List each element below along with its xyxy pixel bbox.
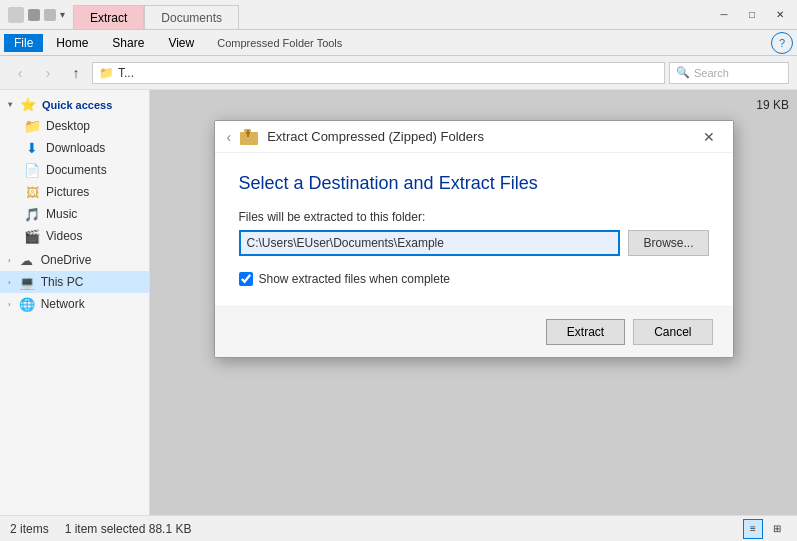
up-button[interactable]: ↑ [64,61,88,85]
sidebar-item-desktop[interactable]: 📁 Desktop [0,115,149,137]
checkbox-label: Show extracted files when complete [259,272,450,286]
svg-rect-4 [247,135,249,137]
toolbar: ‹ › ↑ 📁 T... 🔍 Search [0,56,797,90]
main-layout: ▾ ⭐ Quick access 📁 Desktop ⬇ Downloads 📄… [0,90,797,515]
sidebar-item-pictures[interactable]: 🖼 Pictures [0,181,149,203]
svg-rect-3 [246,132,250,134]
title-bar-left: ▾ [0,7,73,23]
close-button[interactable]: ✕ [767,5,793,25]
sidebar-item-documents[interactable]: 📄 Documents [0,159,149,181]
ribbon-tab-share[interactable]: Share [101,33,155,53]
ribbon-tab-compressed[interactable]: Compressed Folder Tools [207,35,352,51]
maximize-button[interactable]: □ [739,5,765,25]
cloud-icon: ☁ [19,252,35,268]
modal-back-button[interactable]: ‹ [227,129,232,145]
pics-icon: 🖼 [24,184,40,200]
modal-label: Files will be extracted to this folder: [239,210,709,224]
modal-body: Select a Destination and Extract Files F… [215,153,733,306]
network-label: Network [41,297,85,311]
chevron-icon: ▾ [8,100,12,109]
modal-heading: Select a Destination and Extract Files [239,173,709,194]
back-button[interactable]: ‹ [8,61,32,85]
checkbox-row: Show extracted files when complete [239,272,709,286]
sidebar-quick-access[interactable]: ▾ ⭐ Quick access [0,94,149,115]
sidebar-item-music[interactable]: 🎵 Music [0,203,149,225]
status-bar: 2 items 1 item selected 88.1 KB ≡ ⊞ [0,515,797,541]
ribbon: File Home Share View Compressed Folder T… [0,30,797,56]
extract-button[interactable]: Extract [546,319,625,345]
address-bar[interactable]: 📁 T... [92,62,665,84]
ribbon-tab-home[interactable]: Home [45,33,99,53]
app-icon [8,7,24,23]
show-files-checkbox[interactable] [239,272,253,286]
forward-button[interactable]: › [36,61,60,85]
sidebar-item-label: Music [46,207,77,221]
dropdown-icon[interactable]: ▾ [60,9,65,20]
browse-button[interactable]: Browse... [628,230,708,256]
chevron-icon: › [8,300,11,309]
music-icon: 🎵 [24,206,40,222]
ribbon-tab-view[interactable]: View [157,33,205,53]
sidebar-onedrive[interactable]: › ☁ OneDrive [0,249,149,271]
sidebar-item-label: Downloads [46,141,105,155]
video-icon: 🎬 [24,228,40,244]
address-text: T... [118,66,134,80]
destination-input[interactable] [239,230,621,256]
sidebar: ▾ ⭐ Quick access 📁 Desktop ⬇ Downloads 📄… [0,90,150,515]
minimize-button[interactable]: ─ [711,5,737,25]
help-icon[interactable]: ? [771,32,793,54]
sidebar-item-videos[interactable]: 🎬 Videos [0,225,149,247]
search-bar[interactable]: 🔍 Search [669,62,789,84]
sidebar-thispc[interactable]: › 💻 This PC [0,271,149,293]
modal-input-row: Browse... [239,230,709,256]
selected-info: 1 item selected 88.1 KB [65,522,192,536]
sidebar-item-label: Pictures [46,185,89,199]
extract-dialog: ‹ Extract Compressed (Zipped) Folders ✕ … [214,120,734,358]
thispc-label: This PC [41,275,84,289]
modal-close-button[interactable]: ✕ [697,125,721,149]
search-icon: 🔍 [676,66,690,79]
sidebar-network[interactable]: › 🌐 Network [0,293,149,315]
network-icon: 🌐 [19,296,35,312]
tab-documents[interactable]: Documents [144,5,239,29]
undo-icon [44,9,56,21]
quick-access-label: Quick access [42,99,112,111]
title-tabs: Extract Documents [73,0,711,29]
pc-icon: 💻 [19,274,35,290]
content-area: 19 KB ‹ Extract Compressed (Zipped) Fold… [150,90,797,515]
cancel-button[interactable]: Cancel [633,319,712,345]
items-count: 2 items [10,522,49,536]
view-controls: ≡ ⊞ [743,519,787,539]
modal-title: Extract Compressed (Zipped) Folders [267,129,484,144]
sidebar-item-label: Videos [46,229,82,243]
sidebar-item-label: Desktop [46,119,90,133]
sidebar-item-label: Documents [46,163,107,177]
folder-icon: 📁 [24,118,40,134]
modal-titlebar: ‹ Extract Compressed (Zipped) Folders ✕ [215,121,733,153]
help-button[interactable]: ? [771,32,793,54]
quick-access-section: ▾ ⭐ Quick access 📁 Desktop ⬇ Downloads 📄… [0,94,149,247]
search-placeholder: Search [694,67,729,79]
tab-extract[interactable]: Extract [73,5,144,29]
docs-icon: 📄 [24,162,40,178]
large-icons-button[interactable]: ⊞ [767,519,787,539]
title-bar-controls: ─ □ ✕ [711,5,797,25]
modal-footer: Extract Cancel [215,306,733,357]
chevron-icon: › [8,256,11,265]
star-icon: ⭐ [20,97,36,112]
chevron-icon: › [8,278,11,287]
title-bar: ▾ Extract Documents ─ □ ✕ [0,0,797,30]
sidebar-item-downloads[interactable]: ⬇ Downloads [0,137,149,159]
modal-overlay: ‹ Extract Compressed (Zipped) Folders ✕ … [150,90,797,515]
onedrive-label: OneDrive [41,253,92,267]
ribbon-tab-file[interactable]: File [4,34,43,52]
download-icon: ⬇ [24,140,40,156]
details-view-button[interactable]: ≡ [743,519,763,539]
zip-icon [239,127,259,147]
quick-access-icon [28,9,40,21]
address-icon: 📁 [99,66,114,80]
